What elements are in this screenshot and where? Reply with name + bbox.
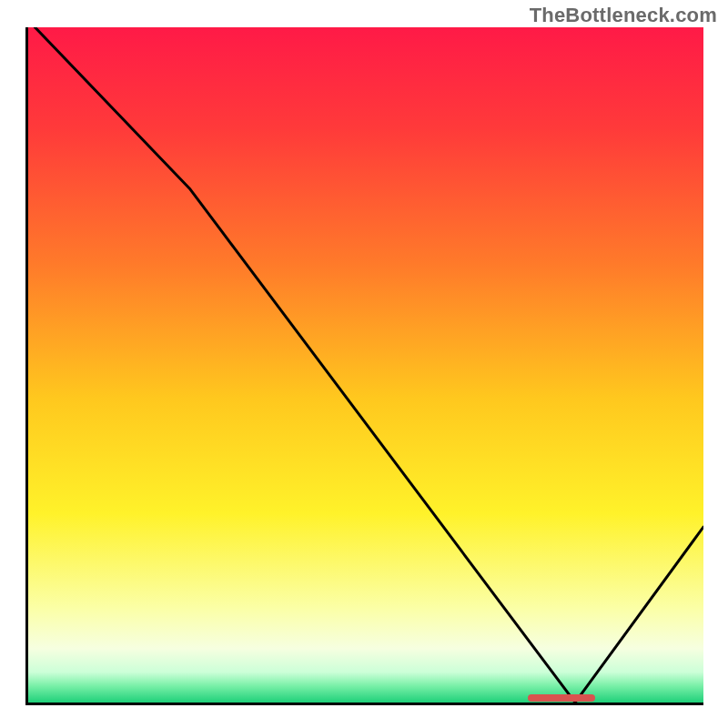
target-range-marker [528, 694, 595, 702]
plot-svg [28, 27, 703, 703]
plot-axes [25, 27, 703, 705]
watermark-text: TheBottleneck.com [530, 4, 717, 27]
gradient-background [28, 27, 703, 703]
chart-canvas: TheBottleneck.com [0, 0, 728, 728]
plot-area [28, 27, 703, 703]
